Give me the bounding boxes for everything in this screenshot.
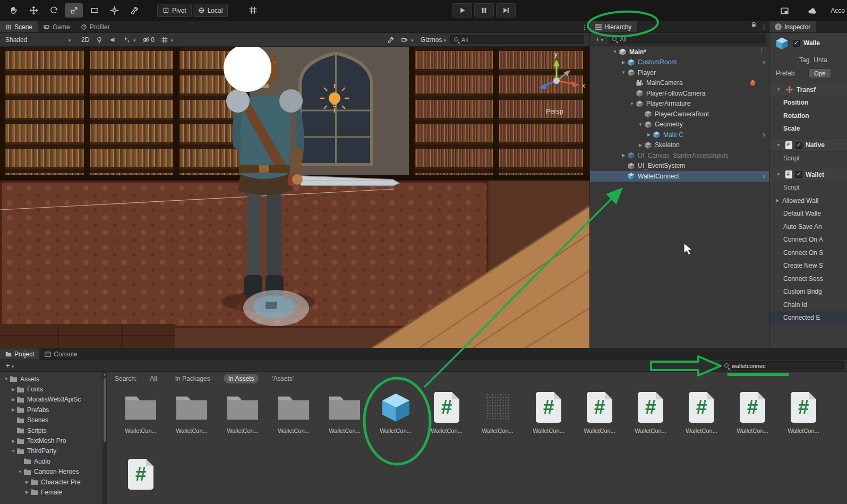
expand-arrow-icon[interactable]	[10, 397, 16, 402]
foldout-icon[interactable]	[775, 87, 782, 92]
wallet-field[interactable]: Create New S	[769, 259, 847, 272]
tab-profiler[interactable]: Profiler	[75, 21, 115, 32]
cloud-button[interactable]	[803, 4, 821, 18]
scale-tool-button[interactable]	[65, 3, 83, 18]
foldout-icon[interactable]	[775, 172, 782, 177]
expand-arrow-icon[interactable]	[645, 132, 653, 137]
tag-dropdown[interactable]: Unta	[814, 56, 827, 64]
tool-settings-button[interactable]	[384, 35, 397, 45]
hidden-objects-toggle[interactable]: 0	[140, 35, 157, 45]
hierarchy-item[interactable]: Geometry	[590, 119, 769, 130]
lighting-toggle[interactable]	[93, 35, 106, 45]
expand-arrow-icon[interactable]	[10, 449, 16, 454]
expand-arrow-icon[interactable]	[10, 387, 16, 392]
project-tree-scrollbar[interactable]	[102, 372, 107, 504]
project-folder-item[interactable]: Character Pre	[0, 477, 102, 487]
project-folder-item[interactable]: Audio	[0, 456, 102, 466]
prefab-open-chevron[interactable]	[763, 171, 765, 181]
project-folder-item[interactable]: Fonts	[0, 384, 102, 394]
pause-button[interactable]	[474, 3, 494, 18]
tab-scene[interactable]: Scene	[0, 21, 38, 32]
expand-arrow-icon[interactable]	[611, 49, 619, 54]
wallet-field[interactable]: Connect On S	[769, 246, 847, 260]
scroll-up-icon[interactable]	[103, 372, 107, 377]
asset-item[interactable]: WalletCon...	[727, 390, 778, 435]
hierarchy-item[interactable]: CustomRoom	[590, 57, 769, 68]
expand-arrow-icon[interactable]	[628, 101, 636, 106]
script-field[interactable]: Script	[769, 181, 847, 194]
hierarchy-item[interactable]: WalletConnect	[590, 171, 769, 182]
search-scope-option[interactable]: 'Assets'	[267, 374, 298, 383]
project-folder-item[interactable]: Scripts	[0, 425, 102, 435]
project-folder-item[interactable]: MoralisWeb3ApiSc	[0, 395, 102, 405]
asset-item[interactable]: WalletCon...	[217, 390, 268, 435]
rect-tool-button[interactable]	[85, 3, 103, 18]
object-name-field[interactable]: Walle	[803, 39, 820, 47]
asset-item[interactable]: WalletCon...	[268, 390, 319, 435]
search-scope-option[interactable]: All	[145, 374, 161, 383]
transform-field[interactable]: Rotation	[769, 109, 847, 123]
expand-arrow-icon[interactable]	[10, 407, 16, 412]
script-field[interactable]: Script	[769, 152, 847, 165]
native-component-header[interactable]: Native	[769, 139, 847, 152]
hierarchy-menu-icon[interactable]	[759, 21, 769, 32]
tab-project[interactable]: Project	[0, 348, 39, 360]
expand-arrow-icon[interactable]	[637, 122, 644, 127]
pip-window-button[interactable]	[775, 4, 793, 18]
hierarchy-item[interactable]: MainCamera	[590, 78, 769, 89]
add-asset-button[interactable]: +	[3, 361, 16, 371]
hierarchy-item[interactable]: PlayerArmature	[590, 99, 769, 109]
component-enabled-checkbox[interactable]	[795, 171, 802, 178]
scrollbar-thumb[interactable]	[104, 378, 106, 442]
project-folder-item[interactable]: Prefabs	[0, 405, 102, 415]
prefab-open-button[interactable]: Ope	[808, 69, 831, 78]
tab-inspector[interactable]: Inspector	[769, 21, 816, 32]
wallet-field[interactable]: Allowed Wall	[769, 194, 847, 208]
move-tool-button[interactable]	[24, 3, 42, 18]
asset-item[interactable]	[115, 457, 166, 502]
hierarchy-search-input[interactable]	[609, 35, 766, 44]
prefab-open-chevron[interactable]	[763, 130, 765, 140]
expand-arrow-icon[interactable]	[17, 469, 23, 474]
project-folder-item[interactable]: ThirdParty	[0, 446, 102, 456]
expand-arrow-icon[interactable]	[620, 153, 627, 158]
expand-arrow-icon[interactable]	[24, 490, 30, 494]
project-folder-item[interactable]: Assets	[0, 374, 102, 384]
wallet-field[interactable]: Custom Bridg	[769, 285, 847, 298]
foldout-icon[interactable]	[776, 198, 782, 203]
asset-item[interactable]: WalletCon...	[472, 390, 523, 435]
component-enabled-checkbox[interactable]	[795, 142, 802, 149]
hand-tool-button[interactable]	[4, 3, 22, 18]
asset-item[interactable]: WalletCon...	[574, 390, 625, 435]
asset-item[interactable]: WalletCon...	[166, 390, 217, 435]
step-button[interactable]	[496, 3, 516, 18]
expand-arrow-icon[interactable]	[637, 143, 644, 148]
scene-viewport[interactable]: y x Persp	[0, 47, 589, 348]
asset-item[interactable]: WalletCon...	[370, 390, 421, 435]
tab-hierarchy[interactable]: Hierarchy	[590, 21, 637, 32]
asset-item[interactable]: WalletCon...	[115, 390, 166, 435]
wallet-field[interactable]: Connect Sess	[769, 272, 847, 286]
expand-arrow-icon[interactable]	[3, 377, 10, 381]
tab-console[interactable]: Console	[39, 348, 82, 360]
asset-item[interactable]: WalletCon...	[421, 390, 472, 435]
scene-search-input[interactable]	[450, 35, 584, 44]
scene-options-icon[interactable]	[759, 47, 765, 54]
grid-visibility-dropdown[interactable]	[158, 35, 176, 45]
hierarchy-item[interactable]: PlayerCameraRoot	[590, 109, 769, 119]
2d-toggle[interactable]: 2D	[79, 35, 92, 45]
hierarchy-item[interactable]: Male C	[590, 130, 769, 140]
project-search-input[interactable]	[721, 361, 844, 370]
asset-item[interactable]: WalletCon...	[676, 390, 727, 435]
wallet-field[interactable]: Default Walle	[769, 207, 847, 220]
wallet-field[interactable]: Connect On A	[769, 233, 847, 246]
pivot-toggle[interactable]: Pivot	[157, 4, 192, 17]
transform-field[interactable]: Position	[769, 96, 847, 109]
tab-game[interactable]: Game	[38, 21, 75, 32]
transform-field[interactable]: Scale	[769, 122, 847, 135]
gizmos-dropdown[interactable]: Gizmos	[417, 35, 449, 45]
effects-dropdown[interactable]	[121, 35, 139, 45]
asset-item[interactable]: WalletCon...	[319, 390, 370, 435]
asset-item[interactable]: WalletCon...	[778, 390, 829, 435]
asset-item[interactable]: WalletCon...	[625, 390, 676, 435]
